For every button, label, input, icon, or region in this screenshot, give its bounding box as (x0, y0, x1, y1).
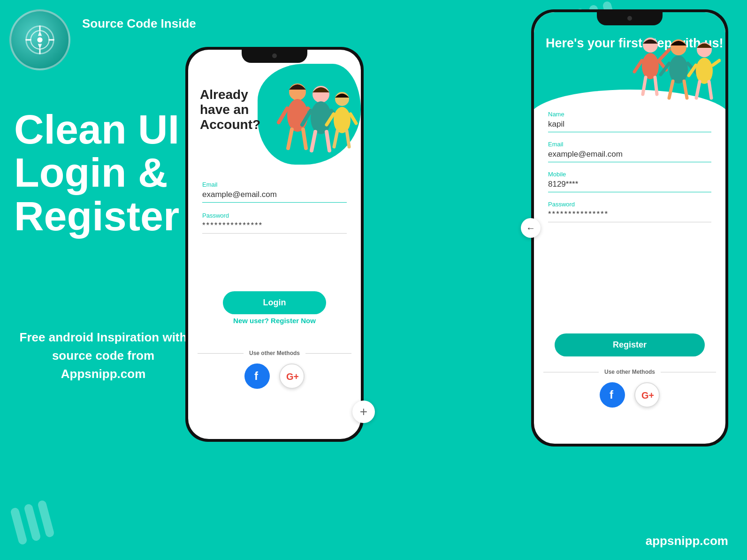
phone-notch-login (242, 50, 307, 63)
register-email-label: Email (548, 141, 711, 148)
android-logo (9, 9, 70, 70)
register-mobile-label: Mobile (548, 171, 711, 178)
svg-point-30 (642, 53, 659, 79)
svg-text:f: f (610, 388, 614, 401)
svg-line-13 (288, 129, 292, 148)
method-line-left (198, 353, 244, 354)
svg-text:G+: G+ (641, 390, 654, 401)
svg-line-20 (327, 132, 329, 151)
login-other-methods-section: Use other Methods (188, 350, 361, 356)
svg-line-34 (655, 77, 657, 94)
svg-line-40 (669, 81, 673, 98)
svg-text:f: f (254, 370, 259, 382)
svg-text:G+: G+ (286, 371, 298, 382)
svg-line-25 (334, 131, 337, 147)
deco-bars-bottom-left (10, 499, 55, 545)
svg-point-6 (37, 37, 42, 42)
svg-line-45 (713, 61, 719, 65)
svg-line-31 (634, 61, 642, 72)
svg-point-16 (311, 101, 331, 134)
register-mobile-value[interactable]: 8129**** (548, 180, 711, 192)
svg-point-10 (287, 99, 308, 132)
login-other-methods-label: Use other Methods (249, 350, 300, 356)
register-button[interactable]: Register (555, 333, 705, 356)
svg-line-47 (709, 82, 711, 98)
method-line-right (305, 353, 351, 354)
login-email-field: Email example@email.com (202, 181, 347, 203)
phone-login: Alreadyhave anAccount? Email example@ema… (185, 47, 364, 442)
register-email-value[interactable]: example@email.com (548, 150, 711, 162)
register-social-icons: f G+ (534, 382, 725, 417)
register-method-line-right (661, 372, 716, 372)
svg-line-35 (659, 50, 669, 61)
login-password-value[interactable]: *************** (202, 221, 347, 234)
register-name-value[interactable]: kapil (548, 120, 711, 132)
subtitle: Free android Inspiration with source cod… (14, 328, 192, 383)
login-social-icons: f G+ (188, 363, 361, 398)
register-link[interactable]: New user? Register Now (188, 317, 361, 325)
phone-register: Here's your first step with us! (531, 9, 728, 446)
register-other-methods-section: Use other Methods (534, 369, 725, 375)
svg-line-46 (696, 82, 700, 98)
register-other-methods-label: Use other Methods (604, 369, 655, 375)
appsnipp-url: appsnipp.com (646, 534, 728, 548)
register-password-label: Password (548, 201, 711, 208)
svg-line-11 (279, 108, 287, 122)
phone-notch-register (597, 12, 663, 25)
fab-plus-button[interactable]: + (352, 401, 375, 423)
login-button[interactable]: Login (223, 291, 326, 314)
register-people-illustration (627, 29, 721, 101)
login-facebook-button[interactable]: f (244, 363, 270, 389)
svg-line-41 (684, 81, 687, 98)
svg-marker-7 (38, 30, 42, 36)
login-header-text: Alreadyhave anAccount? (200, 87, 260, 133)
svg-line-33 (643, 77, 646, 94)
svg-line-24 (351, 114, 356, 123)
register-mobile-field: Mobile 8129**** (548, 171, 711, 192)
svg-point-37 (669, 55, 688, 83)
login-google-button[interactable]: G+ (279, 363, 305, 389)
register-facebook-button[interactable]: f (600, 382, 625, 408)
svg-line-19 (312, 132, 315, 151)
register-method-line-left (543, 372, 599, 372)
register-name-label: Name (548, 111, 711, 118)
svg-point-22 (334, 107, 351, 133)
register-google-button[interactable]: G+ (634, 382, 660, 408)
register-form: Name kapil Email example@email.com Mobil… (534, 111, 725, 231)
login-password-label: Password (202, 212, 347, 219)
register-name-field: Name kapil (548, 111, 711, 132)
register-password-field: Password *************** (548, 201, 711, 222)
svg-point-43 (696, 58, 713, 84)
register-email-field: Email example@email.com (548, 141, 711, 162)
login-email-value[interactable]: example@email.com (202, 190, 347, 203)
login-people-illustration (265, 68, 358, 158)
svg-line-26 (347, 131, 349, 147)
register-password-value[interactable]: *************** (548, 210, 711, 222)
main-title: Clean UI Login & Register (14, 108, 192, 238)
svg-marker-8 (38, 44, 42, 49)
back-arrow-button[interactable]: ← (521, 218, 541, 238)
svg-line-14 (303, 129, 306, 148)
login-email-label: Email (202, 181, 347, 188)
login-password-field: Password *************** (202, 212, 347, 234)
login-form: Email example@email.com Password *******… (188, 181, 361, 242)
source-code-text: Source Code Inside (82, 16, 196, 31)
